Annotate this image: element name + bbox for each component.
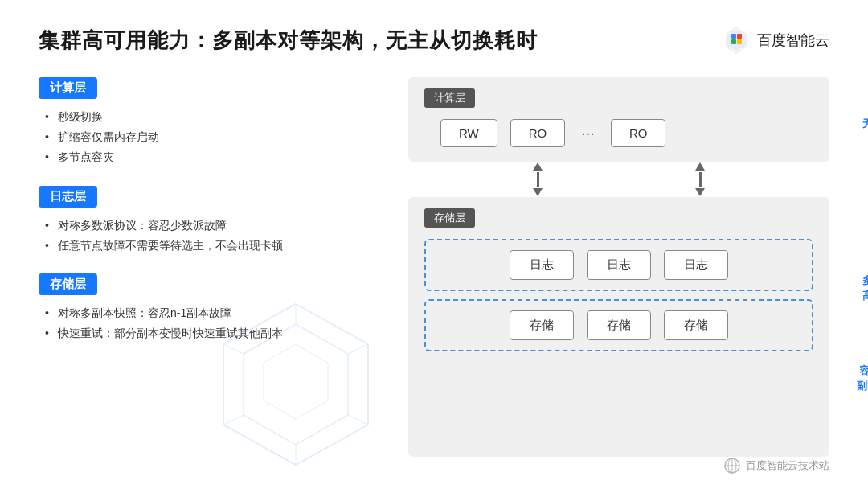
compute-layer-label: 计算层 [424,88,475,108]
storage-node-3: 存储 [664,310,728,340]
storage-node-2: 存储 [587,310,651,340]
compute-bullet-3: 多节点容灾 [45,147,376,167]
logo-text: 百度智能云 [757,31,829,50]
watermark-text: 百度智能云技术站 [746,458,829,473]
left-panel: 计算层 秒级切换 扩缩容仅需内存启动 多节点容灾 日志层 对称多数派协议：容忍少… [39,77,376,457]
storage-inner: 日志 日志 日志 存储 存储 存储 [424,239,813,351]
stateless-label: 无状态 [862,117,869,129]
arrows-row [408,162,829,197]
storage-diagram-section: 存储层 日志 日志 日志 存储 存储 存储 [408,197,829,457]
storage-dashed-box: 存储 存储 存储 [424,299,813,351]
svg-rect-5 [737,39,742,44]
svg-rect-4 [731,39,736,44]
dots: ··· [581,124,595,142]
log-dashed-box: 日志 日志 日志 [424,239,813,291]
svg-rect-3 [737,34,742,39]
rw-node: RW [440,119,497,147]
hex-decoration [207,296,384,473]
compute-bullet-list: 秒级切换 扩缩容仅需内存启动 多节点容灾 [39,107,376,168]
ro-node-1: RO [510,119,566,147]
log-bullet-1: 对称多数派协议：容忍少数派故障 [45,216,376,236]
compute-bullet-1: 秒级切换 [45,107,376,127]
compute-diagram-section: 计算层 RW RO ··· RO [408,77,829,162]
storage-tag: 存储层 [39,273,97,295]
watermark-icon [723,457,741,475]
arrow-shaft [537,172,539,187]
majority-label: 多数派高可用 [862,274,869,302]
majority-annotation: 多数派高可用 [841,273,868,304]
ro-node-2: RO [611,119,666,147]
log-node-1: 日志 [510,250,574,280]
baidu-cloud-icon [722,26,751,55]
storage-node-1: 存储 [510,310,574,340]
log-bullet-list: 对称多数派协议：容忍少数派故障 任意节点故障不需要等待选主，不会出现卡顿 [39,216,376,256]
compute-bullet-2: 扩缩容仅需内存启动 [45,127,376,147]
svg-line-11 [348,415,368,425]
svg-marker-7 [244,324,348,445]
arrow-right [695,162,705,196]
arrow-up-head [533,162,542,171]
arrow-down-head-2 [695,188,705,196]
svg-marker-8 [264,344,328,419]
compute-nodes-row: RW RO ··· RO [424,119,813,147]
log-node-3: 日志 [664,250,728,280]
log-bullet-2: 任意节点故障不需要等待选主，不会出现卡顿 [45,236,376,256]
right-wrapper: 计算层 RW RO ··· RO [408,77,829,457]
page-title: 集群高可用能力：多副本对等架构，无主从切换耗时 [39,27,538,55]
log-section-left: 日志层 对称多数派协议：容忍少数派故障 任意节点故障不需要等待选主，不会出现卡顿 [39,186,376,256]
page: 集群高可用能力：多副本对等架构，无主从切换耗时 百度智能云 计算层 秒级切换 [0,0,868,489]
log-tag: 日志层 [39,186,97,208]
svg-rect-2 [731,34,736,39]
header: 集群高可用能力：多副本对等架构，无主从切换耗时 百度智能云 [39,26,829,55]
arrow-down-head [533,188,542,196]
compute-section-left: 计算层 秒级切换 扩缩容仅需内存启动 多节点容灾 [39,77,376,168]
svg-line-13 [223,415,244,425]
compute-tag: 计算层 [39,77,97,99]
svg-marker-6 [223,304,368,465]
main-content: 计算层 秒级切换 扩缩容仅需内存启动 多节点容灾 日志层 对称多数派协议：容忍少… [39,77,829,457]
tolerant-annotation: 容忍n-1副本故障 [841,362,868,393]
arrow-shaft-2 [699,172,702,187]
log-node-2: 日志 [587,250,651,280]
watermark: 百度智能云技术站 [723,457,829,475]
arrow-up-head-2 [695,162,705,171]
arrow-left [533,162,542,196]
diagram-container: 计算层 RW RO ··· RO [408,77,829,457]
storage-layer-label: 存储层 [424,208,475,228]
tolerant-label: 容忍n-1副本故障 [857,364,868,392]
logo-area: 百度智能云 [722,26,829,55]
svg-line-10 [348,344,368,354]
stateless-annotation: 无状态 [841,116,868,132]
svg-line-14 [223,344,244,354]
